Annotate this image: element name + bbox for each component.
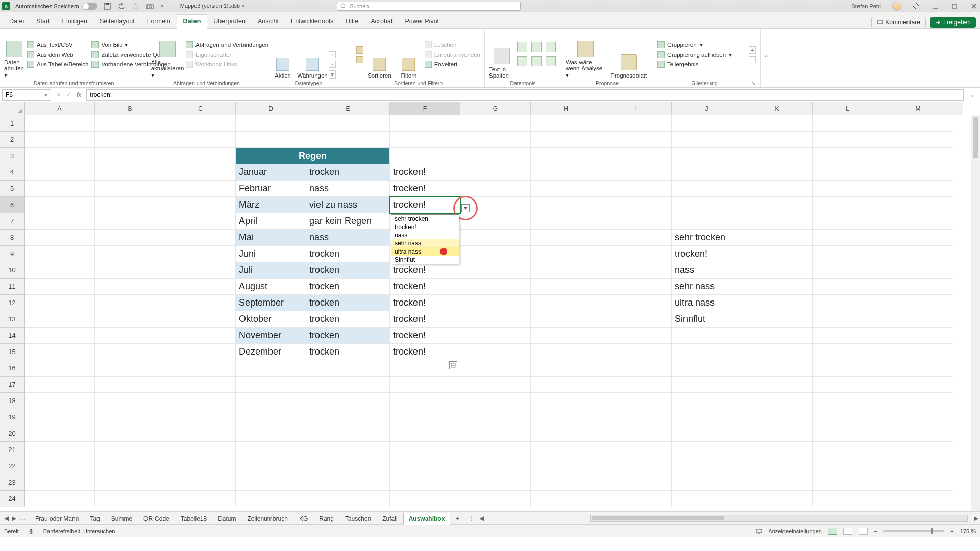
cell-J12[interactable]: ultra nass [672, 295, 742, 311]
src-btn[interactable]: Aus Tabelle/Bereich [27, 61, 88, 68]
cell-C4[interactable] [165, 164, 236, 181]
col-header-I[interactable]: I [601, 102, 672, 115]
cell-B14[interactable] [95, 328, 165, 344]
cell-D8[interactable]: Mai [236, 230, 306, 246]
cell-A19[interactable] [24, 409, 95, 425]
cell-F20[interactable] [390, 425, 460, 442]
cell-F5[interactable]: trocken! [390, 181, 460, 197]
cell-D13[interactable]: Oktober [236, 311, 306, 328]
cell-F6[interactable]: trocken! [390, 197, 460, 213]
cell-B1[interactable] [95, 115, 165, 132]
cell-M16[interactable] [883, 360, 953, 377]
cell-E2[interactable] [306, 132, 390, 148]
ribbon-tab-acrobat[interactable]: Acrobat [364, 15, 399, 28]
cell-J20[interactable] [672, 425, 742, 442]
cell-G18[interactable] [460, 393, 531, 409]
cell-D17[interactable] [236, 377, 306, 393]
cell-J5[interactable] [672, 181, 742, 197]
cell-K11[interactable] [742, 279, 813, 295]
table-header[interactable]: Regen [236, 148, 390, 164]
document-title[interactable]: Mappe3 (version 1).xlsb▾ [180, 3, 245, 9]
col-header-C[interactable]: C [165, 102, 236, 115]
cell-K7[interactable] [742, 213, 813, 230]
cell-F10[interactable]: trocken! [390, 262, 460, 279]
cell-D4[interactable]: Januar [236, 164, 306, 181]
cell-H16[interactable] [531, 360, 601, 377]
cell-M21[interactable] [883, 442, 953, 458]
conn-btn[interactable]: Abfragen und Verbindungen [186, 41, 268, 48]
cell-A3[interactable] [24, 148, 95, 164]
row-header-10[interactable]: 10 [0, 262, 24, 279]
cell-K2[interactable] [742, 132, 813, 148]
cell-A2[interactable] [24, 132, 95, 148]
cell-J18[interactable] [672, 393, 742, 409]
cell-H6[interactable] [531, 197, 601, 213]
cell-B8[interactable] [95, 230, 165, 246]
cell-I1[interactable] [601, 115, 672, 132]
restore-button[interactable] [950, 2, 959, 10]
cell-D2[interactable] [236, 132, 306, 148]
row-header-19[interactable]: 19 [0, 409, 24, 425]
cell-L12[interactable] [813, 295, 883, 311]
cell-L4[interactable] [813, 164, 883, 181]
cell-K21[interactable] [742, 442, 813, 458]
cell-I10[interactable] [601, 262, 672, 279]
cell-C8[interactable] [165, 230, 236, 246]
cell-F4[interactable]: trocken! [390, 164, 460, 181]
cell-G12[interactable] [460, 295, 531, 311]
col-header-B[interactable]: B [95, 102, 165, 115]
cell-C16[interactable] [165, 360, 236, 377]
cell-M2[interactable] [883, 132, 953, 148]
cell-I20[interactable] [601, 425, 672, 442]
cell-J16[interactable] [672, 360, 742, 377]
sheet-tab[interactable]: Summe [106, 513, 138, 524]
dropdown-option[interactable]: Sinnflut [391, 256, 459, 264]
cell-B21[interactable] [95, 442, 165, 458]
cancel-icon[interactable]: ✕ [56, 91, 61, 98]
cell-H18[interactable] [531, 393, 601, 409]
cell-E20[interactable] [306, 425, 390, 442]
name-box[interactable]: F6 ▾ [2, 89, 51, 101]
cell-G6[interactable] [460, 197, 531, 213]
cell-C9[interactable] [165, 246, 236, 262]
cell-E13[interactable]: trocken [306, 311, 390, 328]
chevron-down-icon[interactable]: ▾ [44, 91, 47, 98]
cell-B16[interactable] [95, 360, 165, 377]
cell-H15[interactable] [531, 344, 601, 360]
cell-M15[interactable] [883, 344, 953, 360]
cell-E1[interactable] [306, 115, 390, 132]
close-button[interactable] [970, 2, 978, 10]
ribbon-tab-einfügen[interactable]: Einfügen [56, 15, 93, 28]
cell-A15[interactable] [24, 344, 95, 360]
zoom-level[interactable]: 175 % [960, 528, 976, 534]
cell-M5[interactable] [883, 181, 953, 197]
cell-E6[interactable]: viel zu nass [306, 197, 390, 213]
col-header-G[interactable]: G [460, 102, 531, 115]
cell-H17[interactable] [531, 377, 601, 393]
cell-M3[interactable] [883, 148, 953, 164]
cell-B3[interactable] [95, 148, 165, 164]
row-header-16[interactable]: 16 [0, 360, 24, 377]
enter-icon[interactable]: ✓ [66, 91, 71, 98]
row-header-8[interactable]: 8 [0, 230, 24, 246]
cell-I3[interactable] [601, 148, 672, 164]
row-header-6[interactable]: 6 [0, 197, 24, 213]
src-btn[interactable]: Aus Text/CSV [27, 41, 88, 48]
cell-L5[interactable] [813, 181, 883, 197]
cell-E19[interactable] [306, 409, 390, 425]
ribbon-tab-datei[interactable]: Datei [3, 15, 30, 28]
row-header-20[interactable]: 20 [0, 425, 24, 442]
cell-C6[interactable] [165, 197, 236, 213]
display-settings-icon[interactable] [756, 528, 762, 534]
cell-F14[interactable]: trocken! [390, 328, 460, 344]
cell-A5[interactable] [24, 181, 95, 197]
col-header-D[interactable]: D [236, 102, 306, 115]
cell-G24[interactable] [460, 491, 531, 507]
page-break-button[interactable] [859, 528, 868, 535]
row-header-22[interactable]: 22 [0, 458, 24, 474]
cell-A8[interactable] [24, 230, 95, 246]
cell-L18[interactable] [813, 393, 883, 409]
cell-I16[interactable] [601, 360, 672, 377]
cell-A12[interactable] [24, 295, 95, 311]
cell-G20[interactable] [460, 425, 531, 442]
